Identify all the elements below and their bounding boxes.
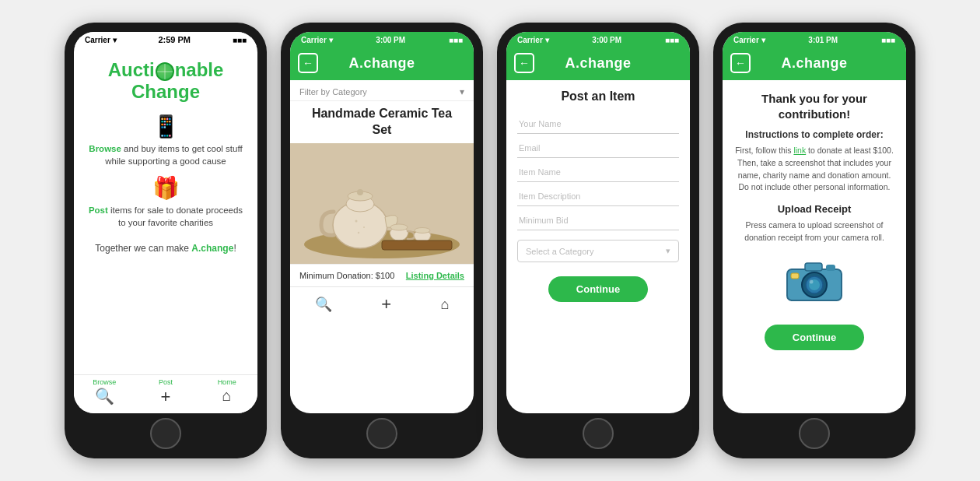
plus-icon-2: + xyxy=(381,294,391,314)
listing-footer: Minimum Donation: $100 Listing Details xyxy=(290,264,474,286)
form-title: Post an Item xyxy=(517,90,679,104)
phones-container: Carrier ▾ 2:59 PM ■■■ Aucti nable Change xyxy=(49,7,931,474)
chevron-down-icon: ▾ xyxy=(460,86,464,97)
upload-title: Upload Receipt xyxy=(778,203,852,215)
post-icon: 🎁 xyxy=(152,175,180,201)
camera-svg xyxy=(783,254,845,304)
svg-rect-17 xyxy=(805,263,822,271)
back-button-2[interactable]: ← xyxy=(298,53,318,73)
nav-browse[interactable]: Browse 🔍 xyxy=(74,378,135,406)
svg-point-7 xyxy=(415,227,430,233)
item-name-field[interactable] xyxy=(517,161,679,182)
carrier-4: Carrier ▾ xyxy=(733,36,765,44)
browse-icon: 📱 xyxy=(152,114,180,139)
bottom-nav-2: 🔍 + ⌂ xyxy=(290,286,474,321)
back-button-4[interactable]: ← xyxy=(730,53,751,73)
instructions-title: Instructions to complete order: xyxy=(745,129,883,140)
app-header-3: ← A.change xyxy=(506,46,690,80)
browse-link[interactable]: Browse xyxy=(89,144,121,153)
nav-home-label: Home xyxy=(218,378,236,386)
search-icon-1: 🔍 xyxy=(95,387,114,406)
status-bar-3: Carrier ▾ 3:00 PM ■■■ xyxy=(506,32,690,46)
phone1-content: Aucti nable Change 📱 Browse and buy item… xyxy=(74,46,257,374)
svg-point-9 xyxy=(355,219,358,222)
upload-desc: Press camera to upload screenshot of don… xyxy=(733,219,895,244)
home-icon-1: ⌂ xyxy=(222,387,232,405)
carrier-2: Carrier ▾ xyxy=(301,36,333,44)
ceramic-illustration xyxy=(290,143,474,264)
app-header-4: ← A.change xyxy=(723,46,906,80)
thankyou-title: Thank you for your contribution! xyxy=(733,91,895,121)
listing-image xyxy=(290,143,474,264)
svg-rect-19 xyxy=(826,265,835,271)
minimum-bid-field[interactable] xyxy=(517,209,679,230)
nav-browse-label: Browse xyxy=(93,378,116,386)
achange-link[interactable]: A.change xyxy=(191,243,233,254)
battery-3: ■■■ xyxy=(665,36,679,44)
instructions-text: First, follow this link to donate at lea… xyxy=(733,145,895,194)
plus-icon-1: + xyxy=(161,387,171,407)
phone-1: Carrier ▾ 2:59 PM ■■■ Aucti nable Change xyxy=(65,23,267,458)
min-donation: Minimum Donation: $100 xyxy=(299,271,394,280)
your-name-field[interactable] xyxy=(517,113,679,134)
logo-line2: Change xyxy=(108,81,224,103)
svg-point-6 xyxy=(390,224,408,230)
search-icon-2: 🔍 xyxy=(315,296,332,313)
donation-link[interactable]: link xyxy=(793,146,806,155)
bottom-nav-1: Browse 🔍 Post + Home ⌂ xyxy=(74,374,257,413)
continue-button-4[interactable]: Continue xyxy=(765,325,864,350)
svg-point-5 xyxy=(357,189,363,195)
post-desc: Post items for sale to donate proceeds t… xyxy=(85,204,247,229)
form-screen: Post an Item Select a Category ▾ Continu… xyxy=(506,80,690,413)
email-field[interactable] xyxy=(517,137,679,158)
continue-button-3[interactable]: Continue xyxy=(548,276,648,302)
category-select[interactable]: Select a Category ▾ xyxy=(517,240,679,262)
phone-3: Carrier ▾ 3:00 PM ■■■ ← A.change Post an… xyxy=(497,23,699,458)
item-description-field[interactable] xyxy=(517,185,679,206)
svg-point-16 xyxy=(810,279,814,283)
app-title-3: A.change xyxy=(565,55,631,72)
home-icon-2: ⌂ xyxy=(440,297,449,313)
filter-label: Filter by Category xyxy=(299,87,367,97)
carrier-3: Carrier ▾ xyxy=(517,36,549,44)
browse-desc: Browse and buy items to get cool stuff w… xyxy=(85,142,247,167)
svg-point-10 xyxy=(363,226,365,228)
svg-rect-8 xyxy=(382,240,452,250)
nav-plus-2[interactable]: + xyxy=(381,294,391,314)
phone2-content: Filter by Category ▾ Handmade Ceramic Te… xyxy=(290,80,474,413)
home-browse-section: 📱 Browse and buy items to get cool stuff… xyxy=(85,114,247,167)
home-post-section: 🎁 Post items for sale to donate proceeds… xyxy=(85,175,247,229)
app-title-2: A.change xyxy=(348,55,415,72)
battery-4: ■■■ xyxy=(881,36,895,44)
battery-1: ■■■ xyxy=(233,36,247,44)
battery-2: ■■■ xyxy=(449,36,463,44)
time-3: 3:00 PM xyxy=(592,36,621,44)
globe-icon xyxy=(156,62,174,81)
phone-4: Carrier ▾ 3:01 PM ■■■ ← A.change Thank y… xyxy=(713,23,915,458)
category-placeholder: Select a Category xyxy=(526,247,593,256)
select-chevron-icon: ▾ xyxy=(666,246,670,256)
listing-details-link[interactable]: Listing Details xyxy=(406,271,464,280)
logo-text: Aucti xyxy=(108,59,155,80)
app-header-2: ← A.change xyxy=(290,46,474,80)
svg-point-11 xyxy=(358,231,359,233)
status-bar-1: Carrier ▾ 2:59 PM ■■■ xyxy=(74,32,257,46)
back-button-3[interactable]: ← xyxy=(514,53,534,73)
nav-search-2[interactable]: 🔍 xyxy=(315,296,332,313)
thankyou-screen: Thank you for your contribution! Instruc… xyxy=(723,80,906,413)
nav-home[interactable]: Home ⌂ xyxy=(197,378,257,405)
time-4: 3:01 PM xyxy=(808,36,838,44)
nav-post[interactable]: Post + xyxy=(135,378,196,407)
status-bar-2: Carrier ▾ 3:00 PM ■■■ xyxy=(290,32,474,46)
logo-area: Aucti nable Change xyxy=(108,60,224,103)
listing-title: Handmade Ceramic Tea Set xyxy=(290,101,474,143)
svg-rect-18 xyxy=(791,273,799,279)
logo-text-2: nable xyxy=(175,59,224,80)
tagline: Together we can make A.change! xyxy=(95,243,236,254)
post-link[interactable]: Post xyxy=(89,205,108,215)
nav-home-2[interactable]: ⌂ xyxy=(440,297,449,313)
nav-post-label: Post xyxy=(159,378,173,386)
time-1: 2:59 PM xyxy=(158,35,191,44)
carrier-1: Carrier ▾ xyxy=(85,36,117,44)
camera-icon[interactable] xyxy=(783,254,845,307)
